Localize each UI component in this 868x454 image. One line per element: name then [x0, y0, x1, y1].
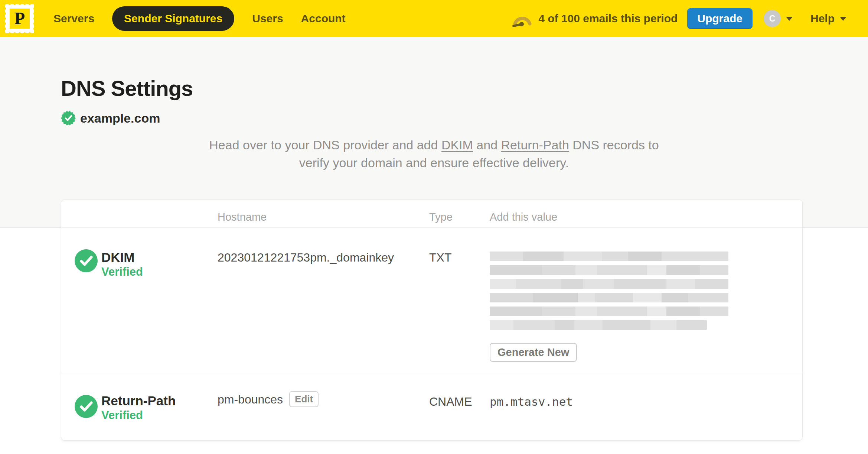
- redacted-value-line: [490, 320, 707, 330]
- help-menu[interactable]: Help: [810, 12, 846, 25]
- page: P Servers Sender Signatures Users Accoun…: [0, 0, 868, 454]
- record-status-badge: Verified: [101, 409, 143, 422]
- nav-item-users[interactable]: Users: [252, 12, 283, 25]
- record-status-badge: Verified: [101, 265, 143, 279]
- main-content: DNS Settings example.com Head over to yo…: [0, 0, 868, 454]
- return-path-link[interactable]: Return-Path: [501, 138, 569, 152]
- record-hostname: pm-bounces: [218, 392, 283, 407]
- generate-new-button[interactable]: Generate New: [490, 343, 577, 362]
- record-type: CNAME: [429, 395, 472, 409]
- intro-text-2: and: [473, 138, 501, 152]
- upgrade-button[interactable]: Upgrade: [687, 8, 753, 29]
- nav-item-servers[interactable]: Servers: [53, 12, 94, 25]
- account-menu[interactable]: C: [764, 10, 793, 27]
- table-header: Hostname Type Add this value: [61, 200, 802, 228]
- chevron-down-icon: [786, 17, 793, 21]
- nav-item-account[interactable]: Account: [301, 12, 346, 25]
- navbar-right-cluster: 4 of 100 emails this period Upgrade C He…: [512, 8, 846, 29]
- gauge-icon: [512, 10, 533, 27]
- nav-item-sender-signatures[interactable]: Sender Signatures: [112, 6, 234, 31]
- redacted-value-line: [490, 307, 728, 316]
- edit-button[interactable]: Edit: [289, 391, 319, 407]
- primary-nav: Servers Sender Signatures Users Account: [53, 6, 346, 31]
- record-hostname-group: pm-bounces Edit: [218, 391, 319, 407]
- logo-letter: P: [14, 10, 25, 27]
- chevron-down-icon: [840, 17, 846, 21]
- record-hostname: 20230121221753pm._domainkey: [218, 251, 394, 265]
- domain-name: example.com: [80, 111, 160, 126]
- redacted-value-line: [490, 265, 728, 275]
- column-header-hostname: Hostname: [218, 211, 267, 223]
- column-header-value: Add this value: [490, 211, 557, 223]
- intro-paragraph: Head over to your DNS provider and add D…: [0, 136, 868, 172]
- verified-domain: example.com: [61, 111, 160, 126]
- dns-records-table: Hostname Type Add this value DKIM Verifi…: [61, 200, 803, 441]
- record-value: pm.mtasv.net: [490, 395, 573, 408]
- postmark-logo[interactable]: P: [5, 4, 34, 33]
- stamp-inner: P: [10, 9, 30, 29]
- verified-seal-icon: [61, 111, 76, 126]
- record-name: Return-Path: [101, 393, 176, 408]
- redacted-value-line: [490, 279, 728, 289]
- record-type: TXT: [429, 251, 451, 265]
- dkim-link[interactable]: DKIM: [441, 138, 473, 152]
- table-row-return-path: Return-Path Verified pm-bounces Edit CNA…: [61, 374, 802, 440]
- redacted-value-line: [490, 252, 728, 261]
- verified-check-icon: [75, 395, 98, 418]
- help-label: Help: [810, 12, 835, 25]
- intro-text-1: Head over to your DNS provider and add: [209, 138, 441, 152]
- record-name: DKIM: [101, 250, 134, 265]
- table-row-dkim: DKIM Verified 20230121221753pm._domainke…: [61, 228, 802, 374]
- verified-check-icon: [75, 249, 98, 272]
- record-value-redacted: Generate New: [490, 252, 728, 362]
- redacted-value-line: [490, 293, 728, 302]
- avatar[interactable]: C: [764, 10, 781, 27]
- top-navbar: P Servers Sender Signatures Users Accoun…: [0, 0, 868, 37]
- usage-counter: 4 of 100 emails this period: [538, 12, 678, 25]
- page-title: DNS Settings: [61, 76, 193, 101]
- column-header-type: Type: [429, 211, 453, 223]
